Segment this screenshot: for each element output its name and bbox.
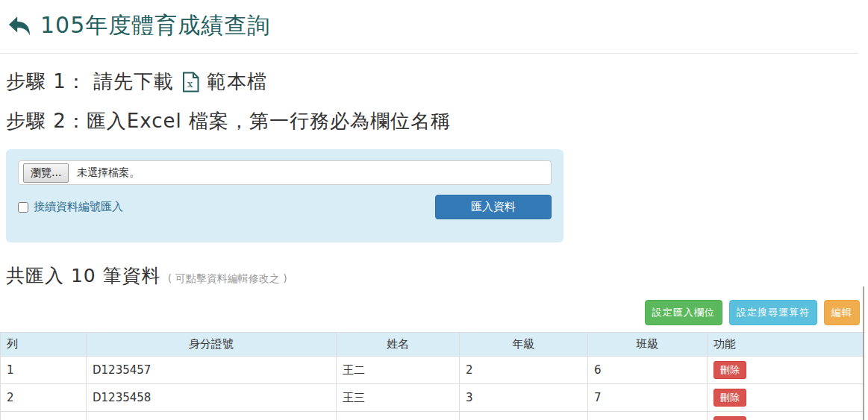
cell-row-num: 2 xyxy=(1,384,87,412)
table-header-row: 列 身分證號 姓名 年級 班級 功能 xyxy=(1,333,864,357)
delete-button[interactable]: 刪除 xyxy=(714,416,746,420)
file-status-text: 未選擇檔案。 xyxy=(77,166,140,180)
summary-text: 共匯入 10 筆資料 xyxy=(6,265,161,286)
set-import-fields-button[interactable]: 設定匯入欄位 xyxy=(645,300,722,325)
table-row[interactable]: 3 D1235459 王四 4 8 刪除 xyxy=(1,412,864,420)
import-summary: 共匯入 10 筆資料 ( 可點擊資料編輯修改之 ) xyxy=(6,263,868,288)
import-data-button[interactable]: 匯入資料 xyxy=(435,195,552,219)
import-panel: 瀏覽... 未選擇檔案。 接續資料編號匯入 匯入資料 xyxy=(6,149,563,242)
table-row[interactable]: 2 D1235458 王三 3 7 刪除 xyxy=(1,384,864,412)
cell-class[interactable]: 8 xyxy=(588,412,708,420)
table-toolbar: 設定匯入欄位 設定搜尋運算符 編輯 xyxy=(0,300,860,325)
table-row[interactable]: 1 D1235457 王二 2 6 刪除 xyxy=(1,357,864,384)
col-header-row-num: 列 xyxy=(1,333,87,357)
template-file-link[interactable]: 範本檔 xyxy=(207,69,267,95)
delete-button[interactable]: 刪除 xyxy=(714,361,746,379)
cell-grade[interactable]: 4 xyxy=(460,412,588,420)
cell-class[interactable]: 7 xyxy=(588,384,708,412)
excel-file-icon[interactable]: x xyxy=(181,72,199,93)
set-search-operator-button[interactable]: 設定搜尋運算符 xyxy=(729,300,817,325)
col-header-action: 功能 xyxy=(708,333,864,357)
cell-grade[interactable]: 3 xyxy=(460,384,588,412)
cell-id[interactable]: D1235458 xyxy=(87,384,337,412)
browse-button[interactable]: 瀏覽... xyxy=(23,163,69,183)
col-header-id: 身分證號 xyxy=(87,333,337,357)
cell-row-num: 3 xyxy=(1,412,87,420)
container-right-border xyxy=(863,286,864,420)
edit-button[interactable]: 編輯 xyxy=(824,300,860,325)
summary-hint: ( 可點擊資料編輯修改之 ) xyxy=(168,272,287,284)
records-table: 列 身分證號 姓名 年級 班級 功能 1 D1235457 王二 2 6 刪除 … xyxy=(0,332,864,420)
continue-import-option[interactable]: 接續資料編號匯入 xyxy=(18,200,123,214)
cell-name[interactable]: 王二 xyxy=(337,357,460,384)
import-panel-row2: 接續資料編號匯入 匯入資料 xyxy=(18,195,552,219)
continue-import-label: 接續資料編號匯入 xyxy=(34,200,123,214)
cell-class[interactable]: 6 xyxy=(588,357,708,384)
page: 105年度體育成績查詢 步驟 1： 請先下載 x 範本檔 步驟 2：匯入Exce… xyxy=(0,0,868,420)
back-icon[interactable] xyxy=(7,15,31,37)
page-title: 105年度體育成績查詢 xyxy=(40,10,270,41)
file-input[interactable]: 瀏覽... 未選擇檔案。 xyxy=(18,160,552,185)
cell-name[interactable]: 王三 xyxy=(337,384,460,412)
cell-action: 刪除 xyxy=(708,412,864,420)
cell-row-num: 1 xyxy=(1,357,87,384)
header-divider xyxy=(0,53,858,54)
col-header-class: 班級 xyxy=(588,333,708,357)
step1-line: 步驟 1： 請先下載 x 範本檔 xyxy=(6,69,868,95)
cell-id[interactable]: D1235459 xyxy=(87,412,337,420)
svg-text:x: x xyxy=(187,78,193,90)
cell-action: 刪除 xyxy=(708,384,864,412)
cell-name[interactable]: 王四 xyxy=(337,412,460,420)
cell-id[interactable]: D1235457 xyxy=(87,357,337,384)
col-header-name: 姓名 xyxy=(337,333,460,357)
step1-text: 步驟 1： 請先下載 xyxy=(6,69,174,95)
page-header: 105年度體育成績查詢 xyxy=(0,0,868,41)
delete-button[interactable]: 刪除 xyxy=(714,389,746,407)
continue-import-checkbox[interactable] xyxy=(18,202,28,213)
cell-grade[interactable]: 2 xyxy=(460,357,588,384)
cell-action: 刪除 xyxy=(708,357,864,384)
col-header-grade: 年級 xyxy=(460,333,588,357)
step2-line: 步驟 2：匯入Excel 檔案，第一行務必為欄位名稱 xyxy=(6,108,868,134)
